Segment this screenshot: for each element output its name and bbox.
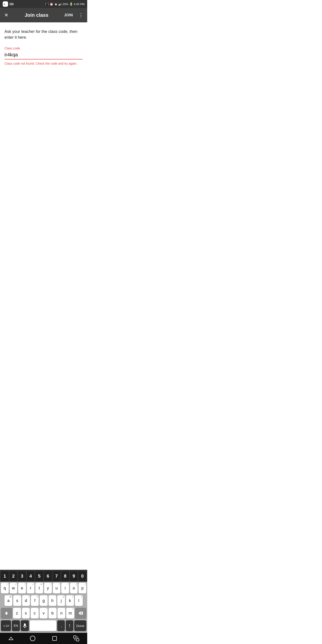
error-message: Class code not found. Check the code and… bbox=[4, 62, 83, 65]
class-code-field-wrapper bbox=[4, 52, 83, 60]
status-left: L ⌨ bbox=[3, 1, 14, 7]
signal-icon: R bbox=[58, 2, 62, 6]
svg-text:R: R bbox=[60, 4, 62, 5]
instruction-text: Ask your teacher for the class code, the… bbox=[4, 28, 83, 40]
page-title: Join class bbox=[12, 12, 60, 18]
time: 4:45 PM bbox=[74, 2, 84, 6]
class-code-input[interactable] bbox=[4, 52, 83, 58]
more-options-button[interactable]: ⋮ bbox=[76, 11, 86, 20]
battery-percentage: 20% bbox=[62, 2, 68, 6]
wifi-icon bbox=[54, 2, 58, 6]
alarm-icon: ⏰ bbox=[50, 2, 53, 6]
join-button[interactable]: JOIN bbox=[62, 13, 75, 17]
app-bar: ✕ Join class JOIN ⋮ bbox=[0, 8, 87, 22]
svg-text:L: L bbox=[4, 3, 5, 5]
battery-icon: 🔋 bbox=[69, 2, 73, 6]
keyboard-status-icon: ⌨ bbox=[10, 2, 14, 6]
svg-point-2 bbox=[56, 5, 56, 6]
vibrate-icon: 📳 bbox=[45, 2, 49, 6]
close-button[interactable]: ✕ bbox=[2, 11, 11, 20]
status-bar: L ⌨ 📳 ⏰ R 20% 🔋 4:45 PM bbox=[0, 0, 87, 8]
svg-rect-4 bbox=[59, 4, 60, 6]
svg-rect-3 bbox=[58, 4, 59, 6]
status-right: 📳 ⏰ R 20% 🔋 4:45 PM bbox=[45, 2, 84, 6]
field-label: Class code bbox=[4, 46, 83, 50]
line-app-icon: L bbox=[3, 1, 8, 7]
main-content: Ask your teacher for the class code, the… bbox=[0, 22, 87, 70]
